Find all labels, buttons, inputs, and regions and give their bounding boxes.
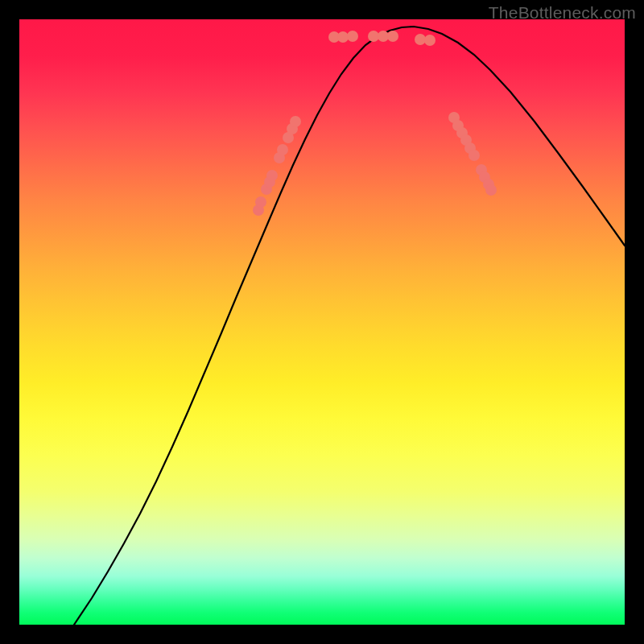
marker-dot	[290, 116, 301, 127]
watermark-text: TheBottleneck.com	[489, 3, 636, 23]
marker-dot	[266, 170, 278, 181]
chart-svg	[19, 19, 625, 625]
marker-dot	[415, 34, 426, 45]
bottleneck-curve	[74, 27, 625, 625]
marker-dot	[347, 31, 358, 42]
marker-dot	[469, 150, 480, 161]
marker-dot	[378, 31, 389, 42]
marker-dot	[277, 144, 288, 155]
marker-dot	[368, 31, 379, 42]
marker-dot	[337, 31, 349, 43]
chart-plot-area	[19, 19, 625, 625]
marker-dot	[424, 35, 436, 46]
marker-dot	[387, 31, 398, 42]
marker-dot	[485, 184, 497, 196]
marker-group	[253, 31, 497, 216]
marker-dot	[255, 196, 266, 208]
